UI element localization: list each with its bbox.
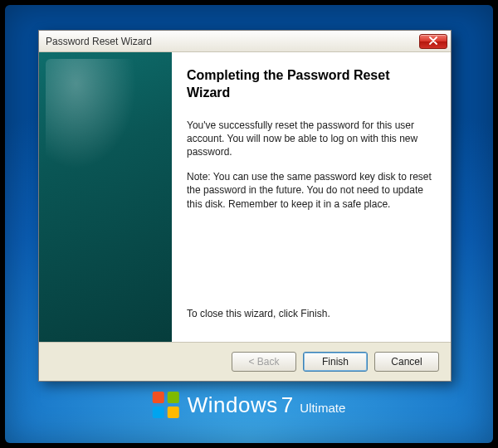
wizard-body-2: Note: You can use the same password key … bbox=[187, 170, 434, 211]
version-text: 7 bbox=[281, 392, 293, 418]
spacer bbox=[187, 222, 434, 300]
wizard-main-panel: Completing the Password Reset Wizard You… bbox=[172, 52, 451, 342]
back-button: < Back bbox=[232, 352, 296, 372]
window-title: Password Reset Wizard bbox=[46, 36, 152, 47]
close-icon bbox=[429, 36, 437, 47]
password-reset-wizard-window: Password Reset Wizard Completing the Pas… bbox=[38, 30, 452, 382]
titlebar[interactable]: Password Reset Wizard bbox=[39, 31, 451, 52]
cancel-button[interactable]: Cancel bbox=[374, 352, 439, 372]
finish-button[interactable]: Finish bbox=[303, 352, 368, 372]
wizard-close-instruction: To close this wizard, click Finish. bbox=[187, 307, 434, 320]
brand-text: Windows bbox=[188, 392, 278, 418]
wizard-body-1: You've successfully reset the password f… bbox=[187, 119, 434, 159]
wizard-button-bar: < Back Finish Cancel bbox=[39, 343, 451, 381]
wizard-heading: Completing the Password Reset Wizard bbox=[187, 67, 434, 102]
close-button[interactable] bbox=[419, 34, 447, 49]
windows7-logo: Windows 7 Ultimate bbox=[153, 392, 345, 418]
windows-flag-icon bbox=[153, 392, 179, 418]
wizard-side-graphic bbox=[39, 52, 172, 342]
wizard-content: Completing the Password Reset Wizard You… bbox=[39, 52, 451, 342]
desktop-background: Password Reset Wizard Completing the Pas… bbox=[5, 5, 493, 443]
edition-text: Ultimate bbox=[300, 401, 345, 415]
